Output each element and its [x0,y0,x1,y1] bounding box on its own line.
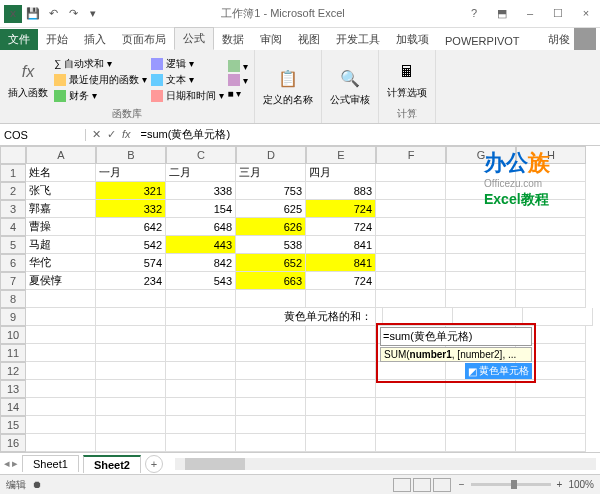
tab-addins[interactable]: 加载项 [388,29,437,50]
user-account[interactable]: 胡俊 [548,28,600,50]
row-header[interactable]: 10 [0,326,26,344]
cell[interactable]: 663 [236,272,306,290]
cell[interactable] [96,362,166,380]
sheet-tab-2[interactable]: Sheet2 [83,455,141,473]
cell-editor[interactable]: =sum(黄色单元格) [380,327,532,346]
cell[interactable]: 郭嘉 [26,200,96,218]
cell[interactable]: 625 [236,200,306,218]
cell[interactable] [26,434,96,452]
cell[interactable] [516,254,586,272]
cell[interactable]: 华佗 [26,254,96,272]
cell[interactable] [26,398,96,416]
scrollbar-thumb[interactable] [185,458,245,470]
cell[interactable] [96,344,166,362]
row-header[interactable]: 13 [0,380,26,398]
row-header[interactable]: 16 [0,434,26,452]
cell[interactable] [516,416,586,434]
sheet-nav-next-icon[interactable]: ▸ [12,457,18,470]
cell[interactable] [446,218,516,236]
cell[interactable] [306,290,376,308]
datetime-button[interactable]: 日期和时间 ▾ [151,89,224,103]
cell[interactable] [446,434,516,452]
row-header[interactable]: 9 [0,308,26,326]
financial-button[interactable]: 财务 ▾ [54,89,147,103]
cell[interactable]: 842 [166,254,236,272]
row-header[interactable]: 5 [0,236,26,254]
cell[interactable] [306,416,376,434]
tab-layout[interactable]: 页面布局 [114,29,174,50]
cell[interactable] [236,326,306,344]
tab-insert[interactable]: 插入 [76,29,114,50]
cell[interactable] [236,344,306,362]
column-header[interactable]: B [96,146,166,164]
cell[interactable]: 753 [236,182,306,200]
row-header[interactable]: 12 [0,362,26,380]
cell[interactable]: 三月 [236,164,306,182]
close-icon[interactable]: × [576,7,596,20]
row-header[interactable]: 7 [0,272,26,290]
cell[interactable] [96,308,166,326]
cell[interactable]: 574 [96,254,166,272]
cell[interactable]: 338 [166,182,236,200]
cell[interactable]: 曹操 [26,218,96,236]
row-header[interactable]: 6 [0,254,26,272]
row-header[interactable]: 14 [0,398,26,416]
cell[interactable] [446,416,516,434]
recently-used-button[interactable]: 最近使用的函数 ▾ [54,73,147,87]
cell[interactable] [516,290,586,308]
cell[interactable] [516,236,586,254]
cell[interactable]: 538 [236,236,306,254]
add-sheet-button[interactable]: + [145,455,163,473]
cell[interactable] [516,218,586,236]
text-button[interactable]: 文本 ▾ [151,73,224,87]
macro-record-icon[interactable]: ⏺ [32,479,42,490]
formula-auditing-button[interactable]: 🔍公式审核 [328,65,372,109]
undo-icon[interactable]: ↶ [44,5,62,23]
cell[interactable] [306,344,376,362]
tab-developer[interactable]: 开发工具 [328,29,388,50]
column-header[interactable]: D [236,146,306,164]
cell[interactable] [376,182,446,200]
redo-icon[interactable]: ↷ [64,5,82,23]
row-header[interactable]: 8 [0,290,26,308]
cell[interactable] [26,362,96,380]
cell[interactable] [516,272,586,290]
cell[interactable] [236,398,306,416]
cell[interactable] [96,434,166,452]
cell[interactable] [376,254,446,272]
row-header[interactable]: 2 [0,182,26,200]
tab-data[interactable]: 数据 [214,29,252,50]
maximize-icon[interactable]: ☐ [548,7,568,20]
cell[interactable]: 张飞 [26,182,96,200]
cell[interactable]: 321 [96,182,166,200]
formula-input[interactable]: =sum(黄色单元格) [137,127,600,142]
cell[interactable] [376,434,446,452]
tab-powerpivot[interactable]: POWERPIVOT [437,32,528,50]
tab-view[interactable]: 视图 [290,29,328,50]
page-layout-view-icon[interactable] [413,478,431,492]
cell[interactable] [306,326,376,344]
cell[interactable]: 234 [96,272,166,290]
cancel-formula-icon[interactable]: ✕ [92,128,101,141]
cell[interactable] [306,434,376,452]
zoom-in-icon[interactable]: + [557,479,563,490]
help-icon[interactable]: ? [464,7,484,20]
zoom-slider[interactable] [471,483,551,486]
cell[interactable] [26,416,96,434]
cell[interactable] [96,398,166,416]
cell[interactable]: 542 [96,236,166,254]
cell[interactable] [166,380,236,398]
cell[interactable]: 642 [96,218,166,236]
cell[interactable] [166,290,236,308]
insert-function-button[interactable]: fx 插入函数 [6,58,50,102]
sheet-nav-prev-icon[interactable]: ◂ [4,457,10,470]
cell[interactable]: 841 [306,236,376,254]
cell[interactable] [376,290,446,308]
lookup-button[interactable]: ▾ [228,60,248,72]
cell[interactable] [236,380,306,398]
column-header[interactable]: A [26,146,96,164]
qat-dropdown-icon[interactable]: ▾ [84,5,102,23]
autosum-button[interactable]: ∑ 自动求和 ▾ [54,57,147,71]
cell[interactable]: 626 [236,218,306,236]
cell[interactable] [26,326,96,344]
